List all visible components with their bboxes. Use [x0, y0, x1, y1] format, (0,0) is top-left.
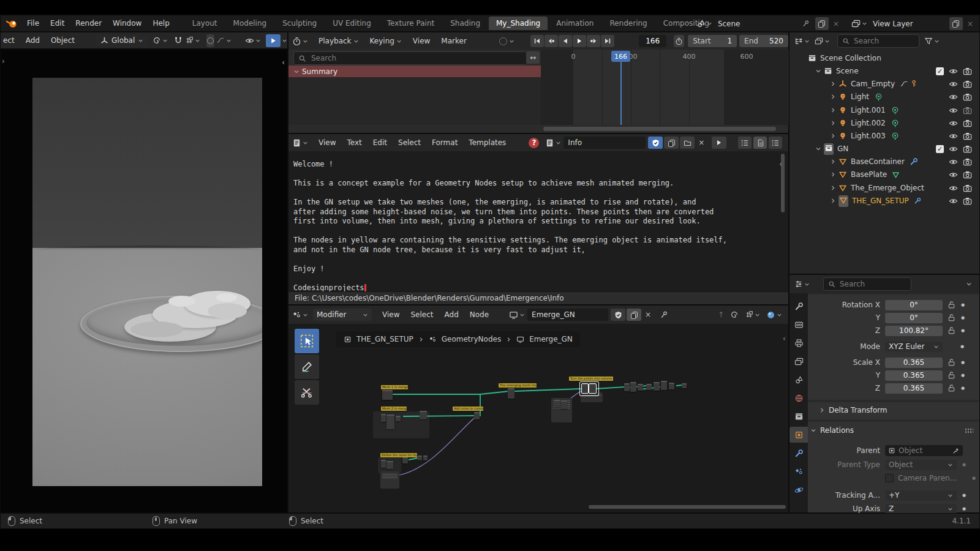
tab-sculpting[interactable]: Sculpting: [275, 17, 324, 30]
outliner-row-light[interactable]: Light: [790, 91, 979, 103]
text-content[interactable]: Welcome ! This is a concept example for …: [293, 160, 776, 293]
jump-to-start-button[interactable]: [530, 35, 544, 47]
camera-icon[interactable]: [963, 170, 972, 179]
remove-view-layer-button[interactable]: ×: [965, 20, 976, 28]
gn-frame-label[interactable]: Add noise to counteract point: [453, 407, 483, 411]
menu-file[interactable]: File: [21, 19, 45, 28]
filter-toggle-button[interactable]: ↔: [526, 51, 540, 64]
options-chevron-icon[interactable]: [966, 281, 972, 287]
gn-node[interactable]: [381, 460, 386, 468]
tab-rendering[interactable]: Rendering: [602, 17, 654, 30]
tab-texture-paint[interactable]: Texture Paint: [380, 17, 442, 30]
frame-start-field[interactable]: Start1: [688, 35, 737, 47]
eye-icon[interactable]: [949, 106, 958, 115]
expand-icon[interactable]: [830, 185, 836, 191]
outliner-row-basecontainer[interactable]: BaseContainer: [790, 156, 979, 168]
gn-node[interactable]: [396, 416, 401, 421]
auto-key-toggle[interactable]: [499, 37, 514, 45]
syntax-highlight-toggle[interactable]: [769, 137, 782, 149]
gn-frame-label[interactable]: Define the noise for the contact: [380, 453, 417, 457]
gn-node[interactable]: [508, 388, 514, 399]
camera-icon[interactable]: [963, 119, 972, 128]
expand-icon[interactable]: [830, 171, 836, 178]
outliner-search[interactable]: [837, 34, 919, 48]
gn-node[interactable]: [561, 400, 567, 409]
camera-icon[interactable]: [963, 132, 972, 141]
properties-search[interactable]: [823, 277, 911, 291]
gn-node[interactable]: [418, 455, 422, 460]
expand-icon[interactable]: [830, 198, 836, 204]
expand-icon[interactable]: [830, 133, 836, 139]
playhead-frame-badge[interactable]: 166: [611, 51, 630, 62]
help-alert-icon[interactable]: ?: [529, 138, 539, 148]
rotation-mode-dropdown[interactable]: XYZ Euler: [885, 342, 943, 352]
collection-checkbox[interactable]: ✓: [936, 67, 944, 75]
lock-icon[interactable]: [948, 371, 956, 380]
new-view-layer-button[interactable]: [949, 17, 963, 30]
unlink-text-button[interactable]: ×: [696, 138, 707, 147]
lock-icon[interactable]: [948, 326, 956, 335]
tab-collection[interactable]: [790, 408, 808, 424]
tab-modeling[interactable]: Modeling: [226, 17, 274, 30]
camera-parent-checkbox[interactable]: [885, 474, 894, 482]
camera-icon[interactable]: [963, 67, 972, 76]
animate-dot[interactable]: ●: [961, 373, 965, 378]
lock-icon[interactable]: [948, 384, 956, 392]
menu-view[interactable]: View: [313, 138, 341, 147]
gn-node[interactable]: [661, 381, 667, 390]
outliner-row-light-001[interactable]: Light.001: [790, 104, 979, 116]
menu-help[interactable]: Help: [147, 19, 175, 28]
eye-icon[interactable]: [949, 184, 958, 193]
animate-dot[interactable]: ●: [961, 328, 965, 333]
word-wrap-toggle[interactable]: [753, 137, 767, 149]
expand-icon[interactable]: [830, 120, 836, 126]
gn-node[interactable]: [624, 383, 630, 391]
camera-icon[interactable]: [963, 144, 972, 154]
gn-node[interactable]: [669, 383, 674, 389]
proportional-falloff-dropdown[interactable]: [216, 36, 232, 45]
eye-icon[interactable]: [949, 144, 958, 154]
rotation-z-field[interactable]: 100.82°: [885, 326, 943, 336]
sidebar-expand-arrow[interactable]: ›: [2, 57, 5, 66]
tab-my-shading[interactable]: My_Shading: [489, 17, 548, 30]
gn-node[interactable]: [682, 383, 687, 388]
snap-toggle[interactable]: [174, 36, 183, 45]
unlink-scene-button[interactable]: ×: [831, 20, 842, 28]
open-text-button[interactable]: [680, 137, 695, 149]
view-layer-selector[interactable]: View Layer: [869, 17, 948, 30]
pivot-point-dropdown[interactable]: [153, 36, 168, 45]
gn-node[interactable]: [630, 382, 636, 392]
relations-panel-header[interactable]: Relations: [808, 424, 976, 437]
editor-type-dropdown[interactable]: [794, 280, 810, 288]
collection-checkbox[interactable]: ✓: [936, 145, 944, 153]
animate-dot[interactable]: ●: [962, 462, 966, 467]
scale-y-field[interactable]: 0.365: [885, 370, 943, 381]
scene-selector[interactable]: Scene: [714, 17, 813, 30]
eye-icon[interactable]: [949, 119, 958, 128]
transform-orientation-dropdown[interactable]: Global: [96, 34, 148, 47]
gn-node[interactable]: [423, 455, 428, 460]
tab-world[interactable]: [790, 390, 808, 406]
expand-icon[interactable]: [815, 146, 821, 152]
menu-format[interactable]: Format: [426, 138, 463, 147]
prev-keyframe-button[interactable]: [545, 35, 558, 47]
camera-icon[interactable]: [963, 157, 972, 167]
pin-icon[interactable]: [802, 20, 810, 28]
menu-marker[interactable]: Marker: [435, 37, 472, 45]
menu-add[interactable]: Add: [20, 36, 45, 45]
outliner-row-the-emerge-object[interactable]: The_Emerge_Object: [790, 182, 979, 194]
expand-icon[interactable]: [830, 81, 836, 87]
menu-edit[interactable]: Edit: [368, 138, 393, 147]
editor-type-dropdown[interactable]: [292, 138, 308, 148]
filter-view-layer-dropdown[interactable]: [815, 37, 830, 45]
outliner-row-light-003[interactable]: Light.003: [790, 130, 979, 142]
eye-icon[interactable]: [949, 170, 958, 179]
collapse-arrow[interactable]: ‹: [282, 58, 285, 67]
gn-node[interactable]: [554, 400, 560, 407]
lock-icon[interactable]: [948, 301, 956, 309]
tab-render[interactable]: [790, 317, 808, 332]
node-graph[interactable]: Mesh 1 to mergeMesh 2 to mergeAdd noise …: [288, 305, 789, 513]
eyedropper-icon[interactable]: [952, 447, 960, 454]
menu-object[interactable]: Object: [45, 36, 80, 45]
filter-dropdown[interactable]: [924, 37, 940, 45]
